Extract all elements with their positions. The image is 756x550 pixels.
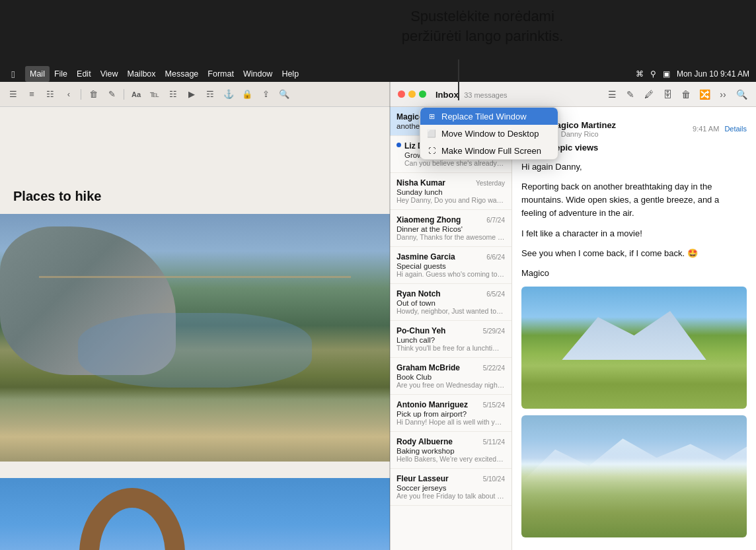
list-item[interactable]: Xiaomeng Zhong 6/7/24 Dinner at the Rico… xyxy=(390,210,511,247)
menu-message[interactable]: Message xyxy=(161,66,204,82)
mail-message-list[interactable]: Magico Martinez 8:02 AM another breathta… xyxy=(390,107,512,550)
minimize-button[interactable] xyxy=(408,90,416,98)
compose-alt-icon[interactable]: 🖉 xyxy=(642,88,656,101)
reader-photo-alpine xyxy=(521,415,747,537)
mail-sender-6: Po-Chun Yeh xyxy=(397,326,445,335)
mail-sender-2: Nisha Kumar xyxy=(397,178,445,188)
delete-icon[interactable]: 🗑 xyxy=(87,89,100,100)
meadow-landscape xyxy=(521,287,747,409)
filter-icon[interactable]: ☰ xyxy=(605,88,619,101)
mail-subject-4: Special guests xyxy=(397,262,505,270)
arch-rock xyxy=(79,488,185,550)
photos-toolbar: ☰ ≡ ☷ ‹ 🗑 ✎ Aa ℡ ☷ ▶ ☶ ⚓ 🔒 ⇪ 🔍 xyxy=(0,82,390,107)
search-mail-icon[interactable]: 🔍 xyxy=(735,88,748,101)
mail-subject-5: Out of town xyxy=(397,299,505,307)
list-item[interactable]: Rody Albuerne 5/11/24 Baking workshop He… xyxy=(390,432,511,469)
fullscreen-button[interactable] xyxy=(419,90,426,98)
river-water xyxy=(78,313,312,388)
alpine-landscape xyxy=(521,415,747,537)
table-icon[interactable]: ☷ xyxy=(167,89,180,100)
archive-icon[interactable]: 🗄 xyxy=(661,88,674,101)
datetime-display: Mon Jun 10 9:41 AM xyxy=(677,69,749,79)
menu-window[interactable]: Window xyxy=(239,66,277,82)
dropdown-replace-tiled[interactable]: ⊞ Replace Tiled Window xyxy=(420,108,558,125)
reader-from-name: Magico Martinez xyxy=(549,120,687,130)
menu-edit[interactable]: Edit xyxy=(72,66,96,82)
menu-mail[interactable]: Mail xyxy=(25,66,50,82)
wifi-icon[interactable]: ⌘ xyxy=(636,69,644,79)
mail-time-3: 6/7/24 xyxy=(486,217,505,224)
list-item[interactable]: Jasmine Garcia 6/6/24 Special guests Hi … xyxy=(390,247,511,284)
unread-indicator xyxy=(397,143,401,147)
image-icon[interactable]: ☶ xyxy=(204,89,217,100)
mail-time-8: 5/15/24 xyxy=(483,401,505,409)
list-item[interactable]: Po-Chun Yeh 5/29/24 Lunch call? Think yo… xyxy=(390,321,511,358)
menu-format[interactable]: Format xyxy=(203,66,239,82)
link-icon[interactable]: ⚓ xyxy=(222,89,235,100)
grid-view-icon[interactable]: ≡ xyxy=(25,89,38,100)
text-icon[interactable]: Aa xyxy=(130,89,143,100)
list-view-icon[interactable]: ☷ xyxy=(44,89,57,100)
share-icon[interactable]: ⇪ xyxy=(259,89,272,100)
mail-time-10: 5/10/24 xyxy=(483,475,505,483)
body-para2: I felt like a character in a movie! xyxy=(521,227,747,240)
inbox-count: 33 messages xyxy=(464,91,507,99)
mail-preview-10: Are you free Friday to talk about the ne… xyxy=(397,492,505,500)
dropdown-fullscreen[interactable]: ⛶ Make Window Full Screen xyxy=(420,142,558,159)
menu-view[interactable]: View xyxy=(96,66,123,82)
list-item[interactable]: Ryan Notch 6/5/24 Out of town Howdy, nei… xyxy=(390,284,511,321)
fullscreen-label: Make Window Full Screen xyxy=(441,146,541,156)
mail-preview-7: Are you free on Wednesday night? Can't w… xyxy=(397,381,505,389)
list-item[interactable]: Nisha Kumar Yesterday Sunday lunch Hey D… xyxy=(390,173,511,210)
mail-sender-5: Ryan Notch xyxy=(397,289,441,298)
mail-time-5: 6/5/24 xyxy=(486,291,505,298)
trash-icon[interactable]: 🗑 xyxy=(679,88,693,101)
mail-time-6: 5/29/24 xyxy=(483,327,505,335)
dropdown-move-to-desktop[interactable]: ⬜ Move Window to Desktop xyxy=(420,125,558,142)
menu-mailbox[interactable]: Mailbox xyxy=(123,66,161,82)
inbox-title: Inbox xyxy=(435,90,459,100)
controlcenter-icon[interactable]: ▣ xyxy=(663,69,670,79)
replace-tiled-label: Replace Tiled Window xyxy=(441,112,527,121)
menu-help[interactable]: Help xyxy=(277,66,303,82)
back-icon[interactable]: ‹ xyxy=(62,89,75,100)
junk-icon[interactable]: 🔀 xyxy=(698,88,711,101)
mail-toolbar: Inbox 33 messages ☰ ✎ 🖉 🗄 🗑 🔀 ›› 🔍 ⊞ Rep… xyxy=(390,82,756,107)
search-icon[interactable]: 🔍 xyxy=(278,89,291,100)
mail-preview-5: Howdy, neighbor, Just wanted to drop a q… xyxy=(397,307,505,315)
mail-subject-10: Soccer jerseys xyxy=(397,484,505,492)
mail-window: Inbox 33 messages ☰ ✎ 🖉 🗄 🗑 🔀 ›› 🔍 ⊞ Rep… xyxy=(390,82,756,550)
list-item[interactable]: Antonio Manriguez 5/15/24 Pick up from a… xyxy=(390,395,511,432)
photo-arch-image xyxy=(0,478,390,550)
sidebar-toggle-icon[interactable]: ☰ xyxy=(7,89,20,100)
mail-subject-8: Pick up from airport? xyxy=(397,410,505,418)
menu-file[interactable]: File xyxy=(50,66,72,82)
mail-sender-9: Rody Albuerne xyxy=(397,437,453,446)
more-icon[interactable]: ›› xyxy=(716,88,730,101)
reader-to: To: Danny Rico xyxy=(549,130,687,138)
mail-sender-3: Xiaomeng Zhong xyxy=(397,215,461,224)
list-item[interactable]: Graham McBride 5/22/24 Book Club Are you… xyxy=(390,358,511,395)
mail-subject-7: Book Club xyxy=(397,373,505,381)
list-item[interactable]: Fleur Lasseur 5/10/24 Soccer jerseys Are… xyxy=(390,469,511,506)
mail-preview-3: Danny, Thanks for the awesome evening! I… xyxy=(397,233,505,241)
close-button[interactable] xyxy=(398,90,405,98)
annotation-label: Spustelėkite norėdamiperžiūrėti lango pa… xyxy=(402,8,564,44)
body-para1: Reporting back on another breathtaking d… xyxy=(521,180,747,220)
mail-content-area: Magico Martinez 8:02 AM another breathta… xyxy=(390,107,756,550)
mail-preview-2: Hey Danny, Do you and Rigo want to come … xyxy=(397,196,505,204)
move-desktop-label: Move Window to Desktop xyxy=(441,129,539,139)
media-icon[interactable]: ▶ xyxy=(185,89,198,100)
mail-preview-8: Hi Danny! Hope all is well with you. I'm… xyxy=(397,418,505,426)
mail-sender-4: Jasmine Garcia xyxy=(397,252,455,261)
lock-icon[interactable]: 🔒 xyxy=(241,89,254,100)
list-icon[interactable]: ℡ xyxy=(148,89,161,100)
edit-icon[interactable]: ✎ xyxy=(105,89,118,100)
apple-menu-icon[interactable]:  xyxy=(7,67,20,81)
search-menubar-icon[interactable]: ⚲ xyxy=(650,69,656,79)
mail-time-9: 5/11/24 xyxy=(483,438,505,446)
details-link[interactable]: Details xyxy=(724,125,747,133)
body-para3: See you when I come back, if I come back… xyxy=(521,247,747,260)
mail-reading-pane: MM Magico Martinez To: Danny Rico 9:41 A… xyxy=(512,107,756,550)
compose-icon[interactable]: ✎ xyxy=(624,88,637,101)
